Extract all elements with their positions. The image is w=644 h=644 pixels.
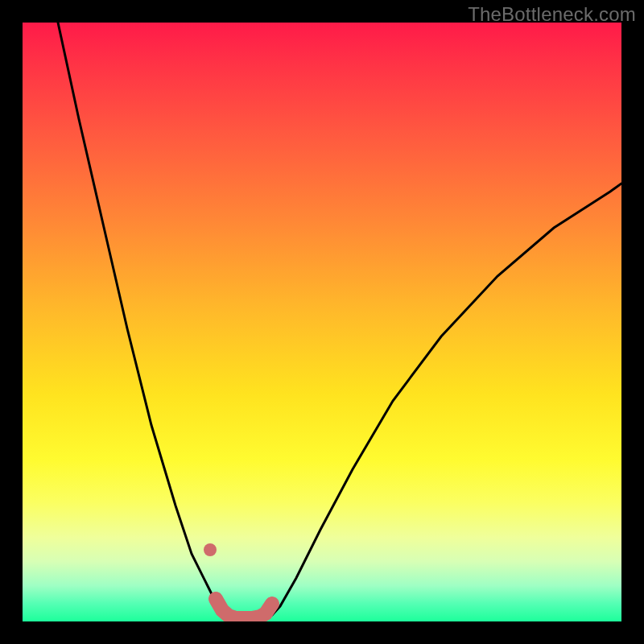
watermark-text: TheBottleneck.com <box>468 3 636 26</box>
bottleneck-curve-right <box>266 184 621 618</box>
bottleneck-curve-left <box>58 23 230 618</box>
valley-marker-left <box>204 543 217 556</box>
plot-area <box>23 23 621 621</box>
chart-frame: TheBottleneck.com <box>0 0 644 644</box>
bottleneck-valley-highlight <box>216 599 272 618</box>
chart-svg <box>23 23 621 621</box>
